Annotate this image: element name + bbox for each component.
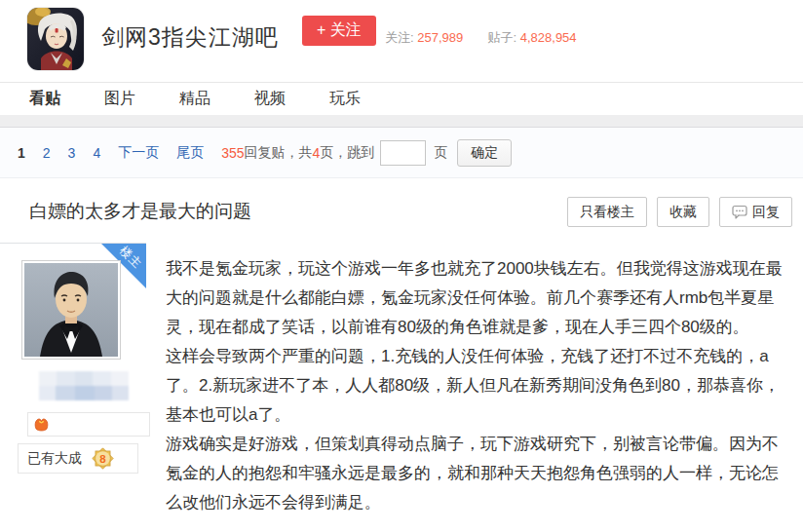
favorite-label: 收藏	[669, 204, 697, 221]
thread-header: 白嫖的太多才是最大的问题 只看楼主 收藏 回复	[0, 178, 803, 243]
confirm-button[interactable]: 确定	[457, 139, 512, 167]
author-sidebar: 楼主	[0, 243, 146, 531]
page-link-2[interactable]: 2	[43, 145, 51, 161]
tab-wanle[interactable]: 玩乐	[329, 89, 361, 109]
last-page-link[interactable]: 尾页	[176, 144, 204, 162]
level-box: 已有大成 8	[18, 443, 138, 474]
level-number: 8	[99, 453, 106, 465]
post-content: 我不是氪金玩家，玩这个游戏一年多也就充了2000块钱左右。但我觉得这游戏现在最大…	[166, 254, 791, 517]
followers-count: 257,989	[417, 30, 463, 45]
thread-title: 白嫖的太多才是最大的问题	[29, 199, 251, 224]
medal-icon	[33, 416, 50, 433]
post-paragraph: 我不是氪金玩家，玩这个游戏一年多也就充了2000块钱左右。但我觉得这游戏现在最大…	[166, 254, 791, 342]
next-page-link[interactable]: 下一页	[118, 144, 159, 162]
level-badge-icon: 8	[92, 447, 114, 470]
tab-kantie[interactable]: 看贴	[29, 89, 60, 109]
reply-count: 355	[221, 145, 244, 161]
page-link-3[interactable]: 3	[68, 145, 76, 161]
user-avatar[interactable]	[21, 260, 121, 360]
thread-actions: 只看楼主 收藏 回复	[557, 197, 792, 227]
page-link-4[interactable]: 4	[93, 145, 100, 161]
medal-box[interactable]	[27, 412, 150, 437]
tab-tupian[interactable]: 图片	[104, 89, 135, 109]
view-author-button[interactable]: 只看楼主	[567, 197, 647, 227]
jump-to-text: 页，跳到	[320, 144, 374, 162]
post-paragraph: 游戏确实是好游戏，但策划真得动点脑子，玩下游戏研究下，别被言论带偏。因为不氪金的…	[166, 430, 791, 517]
forum-nav: 看贴 图片 精品 视频 玩乐	[0, 82, 803, 115]
reply-count-text: 回复贴，共	[245, 144, 313, 162]
forum-avatar[interactable]	[27, 8, 84, 70]
censored-username-row	[39, 386, 129, 400]
followers-label: 关注:	[385, 30, 414, 45]
reply-label: 回复	[752, 204, 780, 221]
forum-stats: 关注: 257,989 贴子: 4,828,954	[385, 29, 577, 47]
tieba-page: 剑网3指尖江湖吧 + 关注 关注: 257,989 贴子: 4,828,954 …	[0, 0, 803, 532]
level-name: 已有大成	[27, 450, 82, 468]
user-avatar-image	[24, 263, 118, 357]
tab-jingpin[interactable]: 精品	[179, 89, 210, 109]
post-row: 楼主	[0, 243, 803, 531]
forum-title[interactable]: 剑网3指尖江湖吧	[101, 22, 279, 53]
forum-header: 剑网3指尖江湖吧 + 关注 关注: 257,989 贴子: 4,828,954	[0, 0, 803, 82]
pagination-bar: 1 2 3 4 下一页 尾页 355 回复贴，共 4 页，跳到 页 确定	[0, 128, 803, 178]
view-author-label: 只看楼主	[580, 204, 634, 221]
post-paragraph: 这样会导致两个严重的问题，1.充钱的人没任何体验，充钱了还打不过不充钱的，a了。…	[166, 342, 791, 430]
tab-shipin[interactable]: 视频	[254, 89, 286, 109]
posts-label: 贴子:	[488, 30, 517, 45]
favorite-button[interactable]: 收藏	[657, 197, 709, 227]
page-unit-label: 页	[434, 144, 447, 162]
section-divider	[0, 115, 803, 128]
page-current: 1	[18, 145, 25, 161]
total-pages: 4	[313, 145, 321, 161]
follow-button[interactable]: + 关注	[302, 16, 376, 46]
reply-bubble-icon	[732, 205, 747, 219]
posts-count: 4,828,954	[520, 30, 577, 45]
jump-page-input[interactable]	[380, 140, 426, 166]
censored-username	[39, 371, 129, 400]
forum-avatar-image	[27, 8, 84, 70]
reply-button[interactable]: 回复	[719, 197, 792, 227]
censored-username-row	[39, 371, 129, 386]
